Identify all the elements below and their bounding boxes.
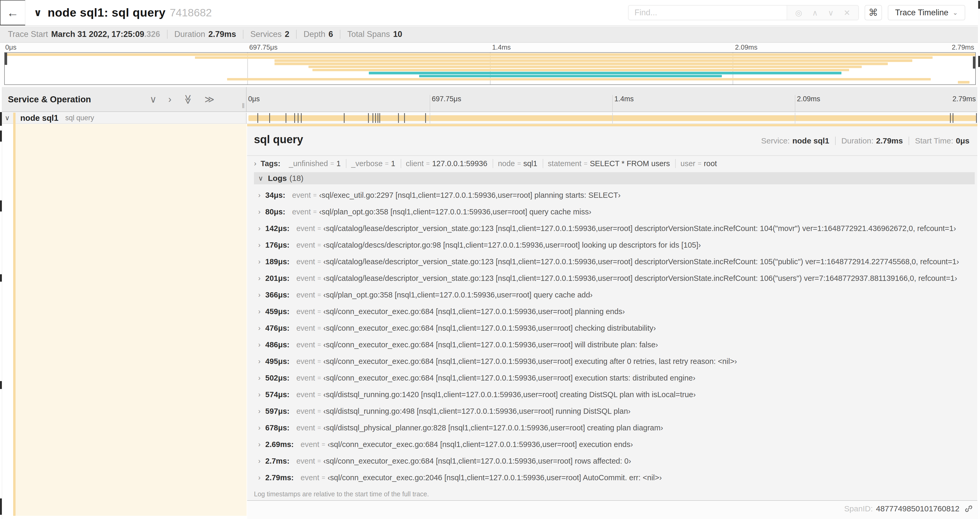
log-entry-row[interactable]: ›574μs:event=‹sql/distsql_running.go:142… xyxy=(254,386,975,403)
tag-item: client=127.0.0.1:59936 xyxy=(401,159,487,168)
trace-minimap[interactable]: 0μs697.75μs1.4ms2.09ms2.79ms xyxy=(0,43,980,87)
expand-one-icon[interactable]: › xyxy=(168,95,172,104)
link-icon[interactable] xyxy=(964,504,973,513)
equals-sign: = xyxy=(317,408,321,415)
log-entry-row[interactable]: ›502μs:event=‹sql/conn_executor_exec.go:… xyxy=(254,370,975,386)
logs-collapse-chevron-icon[interactable]: ∨ xyxy=(258,174,263,182)
log-value: ‹sql/conn_executor_exec.go:684 [nsql1,cl… xyxy=(323,457,631,465)
service-operation-title: Service & Operation xyxy=(8,94,91,104)
tags-row[interactable]: › Tags: _unfinished=1_verbose=1client=12… xyxy=(247,156,977,171)
log-expand-chevron-icon[interactable]: › xyxy=(258,241,261,249)
find-next-icon[interactable]: ∨ xyxy=(828,8,834,18)
left-scroll-strip[interactable] xyxy=(0,87,2,519)
log-expand-chevron-icon[interactable]: › xyxy=(258,324,261,332)
log-expand-chevron-icon[interactable]: › xyxy=(258,424,261,432)
equals-sign: = xyxy=(317,458,321,465)
trace-stats-bar: Trace StartMarch 31 2022, 17:25:09.326Du… xyxy=(0,26,980,43)
locate-target-icon[interactable]: ◎ xyxy=(795,8,802,18)
log-expand-chevron-icon[interactable]: › xyxy=(258,274,261,283)
log-entry-row[interactable]: ›2.7ms:event=‹sql/conn_executor_exec.go:… xyxy=(254,453,975,469)
chevron-down-icon: ⌄ xyxy=(953,9,958,16)
tags-expand-chevron-icon[interactable]: › xyxy=(254,159,256,168)
log-entry-row[interactable]: ›495μs:event=‹sql/conn_executor_exec.go:… xyxy=(254,353,975,370)
log-expand-chevron-icon[interactable]: › xyxy=(258,258,261,266)
log-entry-row[interactable]: ›678μs:event=‹sql/distsql_physical_plann… xyxy=(254,420,975,436)
right-scrollbar[interactable] xyxy=(978,0,980,519)
minimap-tick-labels: 0μs697.75μs1.4ms2.09ms2.79ms xyxy=(4,43,976,52)
timeline-gridline xyxy=(430,95,430,112)
stat-value-fraction: .326 xyxy=(144,30,160,39)
log-expand-chevron-icon[interactable]: › xyxy=(258,341,261,349)
back-button[interactable]: ← xyxy=(0,0,25,25)
tree-controls: ∨ › ≫ ≫ xyxy=(150,87,215,112)
minimap-span-bar xyxy=(227,78,931,81)
minimap-span-bar xyxy=(5,53,975,56)
log-marker-tick xyxy=(950,113,951,123)
span-color-accent-bar xyxy=(13,113,16,516)
log-entry-row[interactable]: ›80μs:event=‹sql/plan_opt.go:358 [nsql1,… xyxy=(254,204,975,220)
log-entry-row[interactable]: ›597μs:event=‹sql/distsql_running.go:498… xyxy=(254,403,975,420)
log-expand-chevron-icon[interactable]: › xyxy=(258,224,261,233)
minimap-span-bar xyxy=(958,81,969,84)
trace-view-selector[interactable]: Trace Timeline ⌄ xyxy=(888,5,965,20)
log-entry-row[interactable]: ›2.69ms:event=‹sql/conn_executor_exec.go… xyxy=(254,436,975,453)
expand-all-icon[interactable]: ≫ xyxy=(204,95,215,104)
collapse-one-icon[interactable]: ∨ xyxy=(150,95,156,104)
log-entry-row[interactable]: ›189μs:event=‹sql/catalog/lease/descript… xyxy=(254,254,975,270)
minimap-span-bar xyxy=(275,59,912,62)
keyboard-shortcuts-button[interactable]: ⌘ xyxy=(865,5,882,20)
log-entry-row[interactable]: ›2.79ms:event=‹sql/conn_executor_exec.go… xyxy=(254,469,975,486)
log-expand-chevron-icon[interactable]: › xyxy=(258,191,261,200)
log-marker-tick xyxy=(404,113,405,123)
log-entry-row[interactable]: ›34μs:event=‹sql/exec_util.go:2297 [nsql… xyxy=(254,187,975,204)
column-resize-handle[interactable]: ‖ xyxy=(242,102,245,110)
minimap-span-bar xyxy=(309,65,862,68)
span-row-timeline[interactable] xyxy=(247,113,977,123)
find-clear-icon[interactable]: ✕ xyxy=(844,8,850,18)
equals-sign: = xyxy=(317,241,321,249)
log-field-name: event xyxy=(296,457,315,465)
log-entry-row[interactable]: ›366μs:event=‹sql/plan_opt.go:358 [nsql1… xyxy=(254,287,975,303)
log-entry-row[interactable]: ›476μs:event=‹sql/conn_executor_exec.go:… xyxy=(254,320,975,337)
span-collapse-chevron-icon[interactable]: ∨ xyxy=(5,114,10,122)
tick-label: 0μs xyxy=(5,43,16,51)
log-expand-chevron-icon[interactable]: › xyxy=(258,391,261,399)
find-prev-icon[interactable]: ∧ xyxy=(812,8,818,18)
log-expand-chevron-icon[interactable]: › xyxy=(258,357,261,366)
log-expand-chevron-icon[interactable]: › xyxy=(258,474,261,482)
find-input[interactable] xyxy=(628,6,787,20)
log-entry-row[interactable]: ›459μs:event=‹sql/conn_executor_exec.go:… xyxy=(254,303,975,320)
minimap-left-drag-handle[interactable] xyxy=(5,53,7,65)
tag-key: user xyxy=(681,159,695,168)
equals-sign: = xyxy=(322,441,325,448)
log-value: ‹sql/exec_util.go:2297 [nsql1,client=127… xyxy=(319,191,620,200)
log-expand-chevron-icon[interactable]: › xyxy=(258,291,261,299)
tick-label: 2.09ms xyxy=(797,95,820,103)
timeline-header: Service & Operation ∨ › ≫ ≫ ‖ 0μs697.75μ… xyxy=(0,87,977,112)
log-entry-row[interactable]: ›142μs:event=‹sql/catalog/lease/descript… xyxy=(254,220,975,237)
tag-value: 1 xyxy=(336,159,340,168)
trace-id: 7418682 xyxy=(170,6,212,19)
log-expand-chevron-icon[interactable]: › xyxy=(258,374,261,382)
tag-key: node xyxy=(498,159,515,168)
log-expand-chevron-icon[interactable]: › xyxy=(258,407,261,415)
log-entry-row[interactable]: ›486μs:event=‹sql/conn_executor_exec.go:… xyxy=(254,337,975,353)
log-expand-chevron-icon[interactable]: › xyxy=(258,208,261,216)
log-expand-chevron-icon[interactable]: › xyxy=(258,441,261,449)
log-expand-chevron-icon[interactable]: › xyxy=(258,308,261,316)
start-time-value: 0μs xyxy=(956,136,969,145)
logs-section-header[interactable]: ∨ Logs (18) xyxy=(254,172,975,184)
log-expand-chevron-icon[interactable]: › xyxy=(258,457,261,465)
minimap-canvas[interactable] xyxy=(4,52,976,85)
log-timestamp: 495μs: xyxy=(265,357,290,366)
log-entry-row[interactable]: ›176μs:event=‹sql/catalog/descs/descript… xyxy=(254,237,975,254)
trace-collapse-chevron-icon[interactable]: ∨ xyxy=(34,7,42,18)
tick-label: 2.79ms xyxy=(952,43,974,51)
span-row-name-column[interactable]: ∨ node sql1 sql query xyxy=(0,113,247,123)
equals-sign: = xyxy=(317,391,321,398)
log-entry-row[interactable]: ›201μs:event=‹sql/catalog/lease/descript… xyxy=(254,270,975,287)
divider xyxy=(908,137,909,145)
log-entries-list: ›34μs:event=‹sql/exec_util.go:2297 [nsql… xyxy=(254,187,975,486)
minimap-right-drag-handle[interactable] xyxy=(973,56,975,69)
collapse-all-icon[interactable]: ≫ xyxy=(183,94,192,104)
